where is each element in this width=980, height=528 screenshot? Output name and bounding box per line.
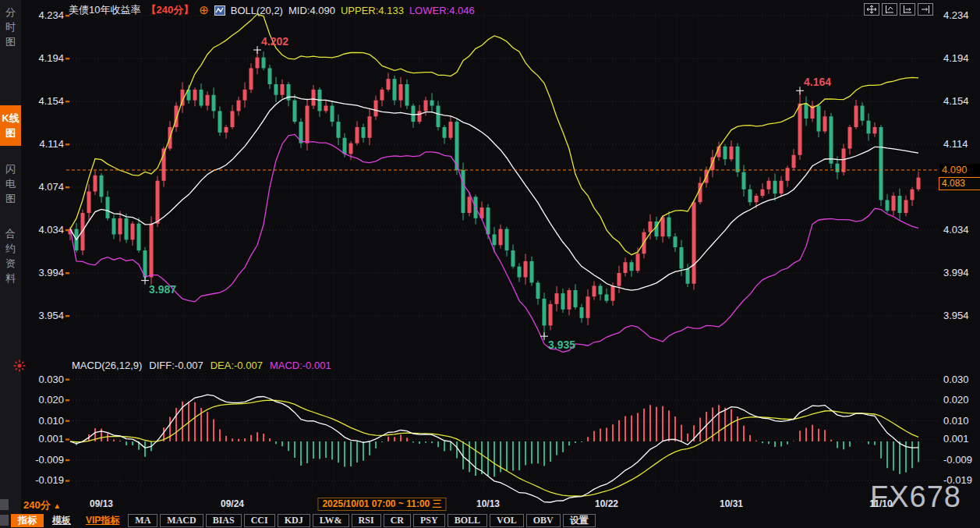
chart-application: 3.9874.2023.9354.164 分时图K线图闪电图合约资料 美债10年…: [0, 0, 980, 528]
macd-axis-label-left: -0.009: [28, 454, 64, 466]
pan-icon[interactable]: [864, 3, 879, 16]
macd-axis-label-left: 0.001: [28, 433, 64, 445]
macd-axis-label-right: 0.030: [943, 374, 969, 385]
macd-axis-label-left: 0.030: [28, 374, 64, 385]
macd-axis-label-right: -0.009: [943, 454, 972, 466]
boll-formula: BOLL(20,2): [231, 5, 283, 16]
compress-left-icon[interactable]: [882, 3, 897, 16]
price-axis-label-right: 3.954: [943, 310, 969, 321]
macd-axis-label-right: 0.001: [943, 433, 969, 445]
price-axis-label-right: 4.154: [943, 95, 969, 107]
toolbar-item-KDJ[interactable]: KDJ: [278, 514, 310, 527]
toolbar-item-LW&[interactable]: LW&: [313, 514, 349, 527]
instrument-title: 美债10年收益率: [69, 3, 140, 17]
sidebar-tab-3[interactable]: 合约资料: [4, 226, 17, 285]
macd-macd-value: MACD:-0.001: [270, 360, 331, 371]
indicator-marker-icon: [13, 360, 26, 375]
toolbar-item-MACD[interactable]: MACD: [160, 514, 203, 527]
sidebar-tab-1[interactable]: K线图: [0, 105, 21, 146]
sidebar-tab-2[interactable]: 闪电图: [4, 161, 17, 206]
x-axis-tick: 09/13: [90, 498, 113, 509]
boll-lower-value: LOWER:4.046: [409, 5, 475, 16]
macd-header: MACD(26,12,9) DIFF:-0.007 DEA:-0.007 MAC…: [72, 360, 331, 371]
period-label: 【240分】: [146, 3, 193, 17]
price-axis-label-right: 4.114: [943, 138, 968, 150]
toolbar-item-BIAS[interactable]: BIAS: [206, 514, 242, 527]
price-axis-label-left: 4.034: [28, 224, 64, 236]
boll-upper-value: UPPER:4.133: [341, 5, 404, 16]
price-axis-label-left: 3.954: [28, 310, 64, 321]
macd-axis-label-right: -0.019: [943, 474, 972, 486]
price-axis-label-left: 3.994: [28, 267, 64, 278]
toolbar-item-设置[interactable]: 设置: [563, 514, 596, 527]
svg-text:3.987: 3.987: [149, 283, 176, 296]
price-axis-label-right: 4.194: [943, 52, 969, 64]
price-axis-label-right: 4.034: [943, 224, 969, 236]
chart-header: 美债10年收益率 【240分】 ⊕ BOLL(20,2) MID:4.090 U…: [69, 3, 475, 17]
price-line-label: 4.090: [939, 164, 980, 176]
toolbar-item-指标[interactable]: 指标: [11, 514, 44, 527]
last-price-label: 4.083: [939, 177, 980, 190]
macd-formula: MACD(26,12,9): [72, 360, 142, 371]
toolbar-item-CR[interactable]: CR: [384, 514, 411, 527]
compress-right-icon[interactable]: [900, 3, 915, 16]
toolbar-item-VIP指标[interactable]: VIP指标: [80, 515, 126, 526]
toolbar-item-PSY[interactable]: PSY: [413, 514, 445, 527]
crosshair-date-label: 2025/10/01 07:00 ~ 11:00 三: [317, 498, 446, 511]
macd-axis-label-left: -0.019: [28, 474, 64, 486]
macd-dea-value: DEA:-0.007: [211, 360, 263, 371]
macd-diff-value: DIFF:-0.007: [149, 360, 203, 371]
macd-axis-label-right: 0.020: [943, 394, 969, 406]
price-axis-label-left: 4.234: [28, 9, 64, 21]
resize-handle[interactable]: [0, 515, 9, 526]
price-axis-label-left: 4.114: [28, 138, 64, 150]
price-axis-label-left: 4.154: [28, 95, 64, 107]
add-indicator-icon[interactable]: ⊕: [199, 3, 209, 17]
macd-axis-label-left: 0.010: [28, 415, 64, 427]
resize-handle[interactable]: [0, 499, 9, 510]
toolbar-item-BOLL[interactable]: BOLL: [448, 514, 487, 527]
toolbar-item-模板[interactable]: 模板: [46, 515, 77, 526]
toolbar-item-CCI[interactable]: CCI: [244, 514, 275, 527]
svg-text:4.202: 4.202: [261, 35, 288, 48]
x-axis-tick: 10/22: [595, 498, 618, 509]
macd-axis-label-left: 0.020: [28, 394, 64, 406]
price-axis-label-left: 4.074: [28, 181, 64, 193]
svg-text:4.164: 4.164: [804, 76, 831, 88]
price-axis-label-right: 3.994: [943, 267, 969, 278]
svg-text:3.935: 3.935: [548, 338, 575, 351]
x-axis-tick: 10/13: [476, 498, 500, 509]
snap-right-icon[interactable]: [918, 3, 933, 16]
sidebar: 分时图K线图闪电图合约资料: [0, 0, 21, 528]
chart-toolbar-icons: [864, 3, 933, 16]
x-axis-tick: 10/31: [720, 498, 743, 509]
toolbar-item-MA[interactable]: MA: [128, 514, 157, 527]
boll-mid-value: MID:4.090: [288, 5, 335, 16]
period-arrow-icon: ▲: [53, 501, 61, 510]
chart-canvas[interactable]: 3.9874.2023.9354.164: [0, 0, 980, 528]
price-axis-label-left: 4.194: [28, 52, 64, 64]
mini-chart-icon: [214, 5, 225, 16]
price-axis-label-right: 4.234: [943, 9, 969, 21]
toolbar-item-VOL[interactable]: VOL: [490, 514, 524, 527]
x-axis-tick: 09/24: [221, 498, 244, 509]
indicator-toolbar: 指标模板VIP指标MAMACDBIASCCIKDJLW&RSICRPSYBOLL…: [11, 514, 596, 527]
toolbar-item-OBV[interactable]: OBV: [526, 514, 561, 527]
macd-axis-label-right: 0.010: [943, 415, 969, 427]
period-selector[interactable]: 240分 ▲: [23, 498, 61, 512]
x-axis-tick: 11/10: [869, 498, 892, 509]
toolbar-item-RSI[interactable]: RSI: [352, 514, 381, 527]
sidebar-tab-0[interactable]: 分时图: [4, 5, 17, 49]
